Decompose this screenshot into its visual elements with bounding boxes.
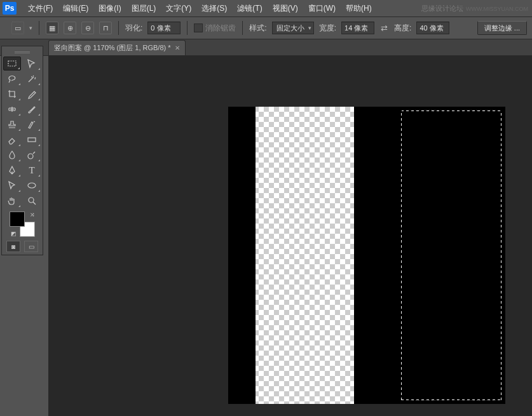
- feather-input[interactable]: [147, 22, 181, 34]
- menu-file[interactable]: 文件(F): [23, 3, 58, 14]
- height-input[interactable]: [416, 22, 449, 34]
- ps-logo: Ps: [3, 2, 17, 15]
- watermark: 思缘设计论坛WWW.MISSYUAN.COM: [421, 4, 528, 13]
- width-label: 宽度:: [319, 23, 336, 34]
- menu-select[interactable]: 选择(S): [196, 3, 232, 14]
- pen-tool[interactable]: [3, 163, 21, 177]
- toolbox-grip-icon[interactable]: [3, 49, 41, 55]
- hand-tool[interactable]: [3, 194, 21, 208]
- svg-rect-0: [8, 61, 16, 66]
- canvas[interactable]: [228, 107, 505, 404]
- svg-point-5: [29, 198, 34, 203]
- height-label: 高度:: [394, 23, 411, 34]
- dodge-tool[interactable]: [23, 148, 41, 162]
- fg-color-swatch[interactable]: [10, 211, 25, 227]
- selection-intersect-icon[interactable]: ⊓: [99, 22, 112, 34]
- eraser-tool[interactable]: [3, 133, 21, 147]
- document-tab-title: 竖向图案 @ 1170% (图层 1, RGB/8) *: [54, 43, 171, 53]
- lasso-tool[interactable]: [3, 72, 21, 86]
- zoom-tool[interactable]: [23, 194, 41, 208]
- menu-edit[interactable]: 编辑(E): [58, 3, 93, 14]
- close-tab-icon[interactable]: ✕: [175, 44, 180, 51]
- magic-wand-tool[interactable]: [23, 72, 41, 86]
- refine-edge-button[interactable]: 调整边缘 ...: [477, 21, 527, 35]
- selection-new-icon[interactable]: ▦: [46, 22, 58, 34]
- swap-colors-icon[interactable]: ⤭: [30, 211, 35, 218]
- menu-help[interactable]: 帮助(H): [341, 3, 377, 14]
- layer-fill-left: [228, 107, 256, 404]
- menu-filter[interactable]: 滤镜(T): [232, 3, 267, 14]
- svg-rect-2: [28, 138, 36, 142]
- width-input[interactable]: [341, 22, 374, 34]
- menu-type[interactable]: 文字(Y): [161, 3, 196, 14]
- history-brush-tool[interactable]: [23, 117, 41, 131]
- antialias-check[interactable]: 消除锯齿: [194, 23, 236, 34]
- heal-tool[interactable]: [3, 102, 21, 116]
- gradient-tool[interactable]: [23, 133, 41, 147]
- selection-add-icon[interactable]: ⊕: [64, 22, 76, 34]
- selection-subtract-icon[interactable]: ⊖: [81, 22, 94, 34]
- quickmask-mode-icon[interactable]: ▭: [24, 241, 38, 252]
- color-picker: ⤭ ◩: [10, 211, 35, 237]
- marquee-preset-icon[interactable]: ▭: [11, 22, 24, 34]
- document-tab[interactable]: 竖向图案 @ 1170% (图层 1, RGB/8) * ✕: [48, 40, 186, 55]
- svg-point-3: [28, 154, 33, 159]
- workspace[interactable]: [48, 56, 532, 416]
- shape-tool[interactable]: [23, 178, 41, 192]
- marquee-tool[interactable]: [3, 57, 21, 70]
- menu-image[interactable]: 图像(I): [93, 3, 126, 14]
- svg-point-4: [28, 183, 36, 188]
- style-select[interactable]: 固定大小: [272, 22, 314, 34]
- default-colors-icon[interactable]: ◩: [11, 231, 17, 237]
- menu-bar: Ps 文件(F) 编辑(E) 图像(I) 图层(L) 文字(Y) 选择(S) 滤…: [0, 0, 532, 17]
- feather-label: 羽化:: [125, 23, 142, 34]
- toolbox: T ⤭ ◩ ◙ ▭: [1, 46, 43, 255]
- menu-window[interactable]: 窗口(W): [303, 3, 341, 14]
- standard-mode-icon[interactable]: ◙: [6, 241, 20, 252]
- document-tab-bar: 竖向图案 @ 1170% (图层 1, RGB/8) * ✕: [0, 39, 532, 56]
- brush-tool[interactable]: [23, 102, 41, 116]
- style-label: 样式:: [249, 23, 266, 34]
- options-bar: ▭ ▾ ▦ ⊕ ⊖ ⊓ 羽化: 消除锯齿 样式: 固定大小 宽度: ⇄ 高度: …: [0, 17, 532, 39]
- swap-wh-icon[interactable]: ⇄: [379, 23, 389, 33]
- blur-tool[interactable]: [3, 148, 21, 162]
- move-tool[interactable]: [23, 57, 41, 70]
- path-select-tool[interactable]: [3, 178, 21, 192]
- selection-marquee: [400, 110, 502, 401]
- stamp-tool[interactable]: [3, 117, 21, 131]
- eyedropper-tool[interactable]: [23, 87, 41, 101]
- crop-tool[interactable]: [3, 87, 21, 101]
- menu-layer[interactable]: 图层(L): [126, 3, 161, 14]
- type-tool[interactable]: T: [23, 163, 41, 177]
- menu-view[interactable]: 视图(V): [268, 3, 303, 14]
